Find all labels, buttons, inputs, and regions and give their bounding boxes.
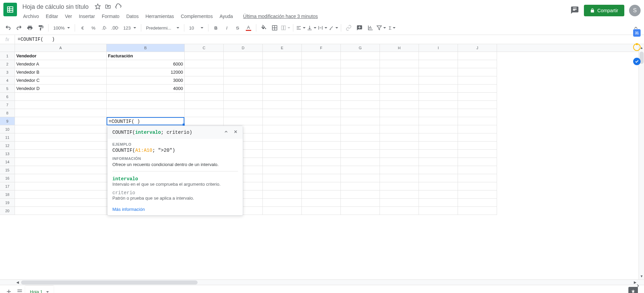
- cell[interactable]: [107, 109, 185, 117]
- vertical-align-button[interactable]: [307, 23, 316, 33]
- cell[interactable]: [458, 166, 497, 174]
- col-header-J[interactable]: J: [458, 44, 497, 52]
- cell[interactable]: [380, 142, 419, 150]
- move-icon[interactable]: [105, 3, 111, 11]
- menu-archivo[interactable]: Archivo: [20, 12, 42, 20]
- menu-editar[interactable]: Editar: [43, 12, 61, 20]
- cell[interactable]: [185, 93, 224, 101]
- cell[interactable]: [263, 68, 302, 76]
- row-header[interactable]: 7: [0, 101, 15, 109]
- cell[interactable]: [458, 158, 497, 166]
- cell[interactable]: [224, 101, 263, 109]
- cell[interactable]: [302, 85, 341, 93]
- cell[interactable]: [224, 117, 263, 125]
- cell[interactable]: [458, 52, 497, 60]
- cell[interactable]: [419, 133, 458, 142]
- cell[interactable]: [458, 101, 497, 109]
- cell[interactable]: [224, 76, 263, 85]
- col-header-F[interactable]: F: [302, 44, 341, 52]
- formula-input[interactable]: [15, 37, 644, 42]
- cell[interactable]: [302, 125, 341, 133]
- cell[interactable]: [380, 60, 419, 68]
- cell[interactable]: [263, 174, 302, 182]
- cell[interactable]: [302, 60, 341, 68]
- cell[interactable]: [380, 182, 419, 190]
- cell[interactable]: [302, 182, 341, 190]
- menu-datos[interactable]: Datos: [124, 12, 142, 20]
- cell[interactable]: Vendedor D: [15, 85, 107, 93]
- cell[interactable]: [341, 158, 380, 166]
- cell[interactable]: [341, 60, 380, 68]
- cell[interactable]: [380, 76, 419, 85]
- col-header-I[interactable]: I: [419, 44, 458, 52]
- cell[interactable]: [458, 68, 497, 76]
- cell[interactable]: [341, 199, 380, 207]
- cell[interactable]: Vendedor C: [15, 76, 107, 85]
- row-header[interactable]: 13: [0, 150, 15, 158]
- cell[interactable]: [458, 117, 497, 125]
- font-family-select[interactable]: Predetermi...: [144, 24, 181, 32]
- cell[interactable]: [107, 93, 185, 101]
- cell[interactable]: [185, 60, 224, 68]
- cell[interactable]: [341, 109, 380, 117]
- share-button[interactable]: Compartir: [584, 5, 624, 16]
- cell[interactable]: [380, 150, 419, 158]
- cell[interactable]: [458, 125, 497, 133]
- select-all-corner[interactable]: [0, 44, 15, 52]
- cell[interactable]: [15, 93, 107, 101]
- cell[interactable]: [302, 190, 341, 199]
- cell[interactable]: [380, 52, 419, 60]
- cell[interactable]: [302, 101, 341, 109]
- row-header[interactable]: 20: [0, 207, 15, 215]
- cell[interactable]: [419, 125, 458, 133]
- cell[interactable]: [380, 117, 419, 125]
- cell[interactable]: [302, 76, 341, 85]
- cell[interactable]: [458, 207, 497, 215]
- close-tooltip-icon[interactable]: [233, 129, 238, 135]
- cell[interactable]: [419, 182, 458, 190]
- cell[interactable]: Vendedor A: [15, 60, 107, 68]
- row-header[interactable]: 18: [0, 190, 15, 199]
- cell[interactable]: [15, 109, 107, 117]
- cell[interactable]: [263, 85, 302, 93]
- cell[interactable]: [341, 150, 380, 158]
- cell[interactable]: [419, 142, 458, 150]
- cell[interactable]: [458, 76, 497, 85]
- cell[interactable]: [302, 133, 341, 142]
- cell[interactable]: [458, 190, 497, 199]
- menu-formato[interactable]: Formato: [99, 12, 122, 20]
- cell[interactable]: [458, 142, 497, 150]
- cell[interactable]: [419, 174, 458, 182]
- cell[interactable]: [15, 125, 107, 133]
- cell[interactable]: [185, 68, 224, 76]
- cell[interactable]: [341, 174, 380, 182]
- paint-format-button[interactable]: [36, 23, 45, 33]
- col-header-A[interactable]: A: [15, 44, 107, 52]
- cell[interactable]: [341, 52, 380, 60]
- cell[interactable]: [185, 109, 224, 117]
- col-header-C[interactable]: C: [185, 44, 224, 52]
- cell[interactable]: [185, 52, 224, 60]
- cell[interactable]: [263, 60, 302, 68]
- cell[interactable]: 4000: [107, 85, 185, 93]
- merge-cells-button[interactable]: [281, 23, 290, 33]
- row-header[interactable]: 1: [0, 52, 15, 60]
- cell[interactable]: Vendedor B: [15, 68, 107, 76]
- col-header-D[interactable]: D: [224, 44, 263, 52]
- cell[interactable]: [419, 150, 458, 158]
- cell[interactable]: [302, 68, 341, 76]
- cell[interactable]: [380, 109, 419, 117]
- sheet-tab-menu-icon[interactable]: [46, 291, 49, 293]
- cell[interactable]: [419, 207, 458, 215]
- cell[interactable]: 12000: [107, 68, 185, 76]
- cell[interactable]: [263, 133, 302, 142]
- cell[interactable]: [419, 199, 458, 207]
- cell[interactable]: [380, 68, 419, 76]
- cell[interactable]: [263, 199, 302, 207]
- cell[interactable]: [458, 199, 497, 207]
- cell[interactable]: [419, 60, 458, 68]
- cell[interactable]: [15, 158, 107, 166]
- cell[interactable]: [419, 85, 458, 93]
- cell[interactable]: [380, 85, 419, 93]
- cell[interactable]: [380, 101, 419, 109]
